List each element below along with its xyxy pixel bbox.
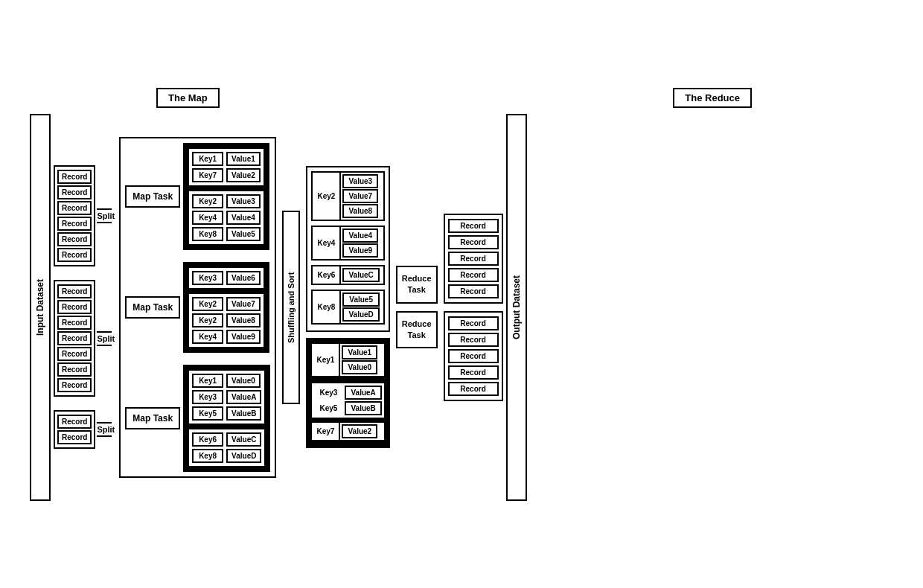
split3-records: Record Record xyxy=(54,410,95,449)
record: Record xyxy=(57,347,92,361)
value: Value9 xyxy=(226,330,261,344)
reduce-task-1-label: ReduceTask xyxy=(396,266,438,304)
kv-group: Key1 Value0 Key3 ValueA Key5 ValueB xyxy=(188,369,266,425)
reduce-value: Value5 xyxy=(342,293,379,307)
split3-label: Split xyxy=(97,425,115,434)
reduce-key: Key7 xyxy=(312,423,340,440)
reduce-task-1: ReduceTask xyxy=(396,266,438,304)
key: Key4 xyxy=(192,330,223,344)
record: Record xyxy=(448,349,499,363)
reduce-key-group-35: Key3 ValueA Key5 ValueB xyxy=(310,382,385,419)
record: Record xyxy=(57,284,92,298)
map-task-2: Map Task Key3 Value6 Key2 Value7 xyxy=(125,262,270,353)
record: Record xyxy=(57,170,92,184)
key: Key6 xyxy=(192,432,223,447)
record: Record xyxy=(448,284,499,298)
kv-row: Key8 Value5 xyxy=(192,227,261,241)
reduce-input-bottom: Key1 Value1 Value0 Key3 ValueA Key5 Valu… xyxy=(306,338,389,448)
key: Key1 xyxy=(192,374,223,388)
reduce-values: Value3 Value7 Value8 xyxy=(341,173,380,220)
kv-row: Key6 ValueC xyxy=(192,432,261,447)
record: Record xyxy=(448,268,499,282)
value: Value6 xyxy=(226,271,261,285)
value: ValueD xyxy=(226,449,261,463)
record: Record xyxy=(448,333,499,347)
reduce-value: Value9 xyxy=(342,243,378,258)
kv-row: Key2 Value3 xyxy=(192,194,261,208)
map-header: The Map xyxy=(156,88,220,108)
reduce-values: ValueC xyxy=(341,266,380,284)
record: Record xyxy=(57,331,92,345)
record: Record xyxy=(57,415,92,429)
record: Record xyxy=(448,252,499,266)
key: Key8 xyxy=(192,449,223,463)
record: Record xyxy=(57,248,92,262)
record: Record xyxy=(448,235,499,249)
reduce-task-2-label: ReduceTask xyxy=(396,311,438,349)
kv-row: Key4 Value9 xyxy=(192,330,261,344)
reduce-values: Value5 ValueD xyxy=(341,291,380,323)
value: Value4 xyxy=(226,211,261,225)
reduce-value: ValueA xyxy=(345,386,381,400)
diagram: The Map The Reduce Input Dataset Record … xyxy=(22,88,901,501)
key: Key7 xyxy=(192,168,223,182)
reduce-kv-row: Key3 ValueA xyxy=(314,386,381,400)
record: Record xyxy=(57,362,92,377)
reduce-key: Key5 xyxy=(314,402,342,415)
record: Record xyxy=(57,430,92,444)
reduce-value: Value0 xyxy=(342,360,377,374)
value: ValueA xyxy=(226,390,261,404)
value: Value1 xyxy=(226,152,261,166)
reduce-key: Key2 xyxy=(313,173,341,220)
record: Record xyxy=(57,232,92,246)
key: Key4 xyxy=(192,211,223,225)
kv-row: Key3 Value6 xyxy=(192,271,261,285)
split2-records: Record Record Record Record Record Recor… xyxy=(54,280,95,397)
key: Key2 xyxy=(192,194,223,208)
reduce-key-group: Key7 Value2 xyxy=(310,421,385,441)
reduce-key: Key4 xyxy=(313,227,341,259)
reduce-input-top: Key2 Value3 Value7 Value8 Key4 Value4 Va… xyxy=(306,166,389,332)
map-task-3: Map Task Key1 Value0 Key3 ValueA Key5 xyxy=(125,365,270,472)
reduce-key: Key8 xyxy=(313,291,341,323)
kv-group: Key1 Value1 Key7 Value2 xyxy=(188,147,265,187)
reduce-value: ValueD xyxy=(342,307,379,322)
value: Value7 xyxy=(226,297,261,311)
map-task-3-output: Key1 Value0 Key3 ValueA Key5 ValueB xyxy=(183,365,270,472)
map-task-1-label: Map Task xyxy=(125,185,180,208)
value: ValueB xyxy=(226,406,261,421)
value: Value3 xyxy=(226,194,261,208)
kv-row: Key1 Value1 xyxy=(192,152,261,166)
output-dataset-label: Output Dataset xyxy=(506,114,527,501)
map-task-2-label: Map Task xyxy=(125,296,180,319)
map-task-2-output: Key3 Value6 Key2 Value7 Key2 Value8 xyxy=(183,262,269,353)
reduce-value: Value4 xyxy=(342,229,378,243)
reduce-value: ValueC xyxy=(342,268,379,282)
split1-label: Split xyxy=(97,211,115,220)
record: Record xyxy=(448,219,499,233)
output-dataset-2: Record Record Record Record Record xyxy=(444,311,503,401)
kv-row: Key8 ValueD xyxy=(192,449,261,463)
map-task-3-label: Map Task xyxy=(125,407,180,429)
reduce-key: Key1 xyxy=(312,344,340,376)
reduce-key-group: Key1 Value1 Value0 xyxy=(310,342,385,377)
record: Record xyxy=(57,316,92,330)
key: Key2 xyxy=(192,313,223,327)
reduce-key-group: Key4 Value4 Value9 xyxy=(311,226,384,261)
kv-group: Key2 Value3 Key4 Value4 Key8 Value5 xyxy=(188,190,265,246)
key: Key8 xyxy=(192,227,223,241)
reduce-value: Value7 xyxy=(342,189,378,203)
record: Record xyxy=(448,316,499,330)
key: Key5 xyxy=(192,406,223,421)
reduce-key-group: Key2 Value3 Value7 Value8 xyxy=(311,171,384,221)
kv-group: Key6 ValueC Key8 ValueD xyxy=(188,428,266,467)
key: Key2 xyxy=(192,297,223,311)
record: Record xyxy=(57,201,92,215)
key: Key3 xyxy=(192,271,223,285)
kv-group: Key2 Value7 Key2 Value8 Key4 Value9 xyxy=(188,293,265,348)
kv-row: Key4 Value4 xyxy=(192,211,261,225)
record: Record xyxy=(448,382,499,396)
kv-row: Key1 Value0 xyxy=(192,374,261,388)
reduce-value: ValueB xyxy=(345,401,381,415)
output-dataset-1: Record Record Record Record Record xyxy=(444,214,503,304)
